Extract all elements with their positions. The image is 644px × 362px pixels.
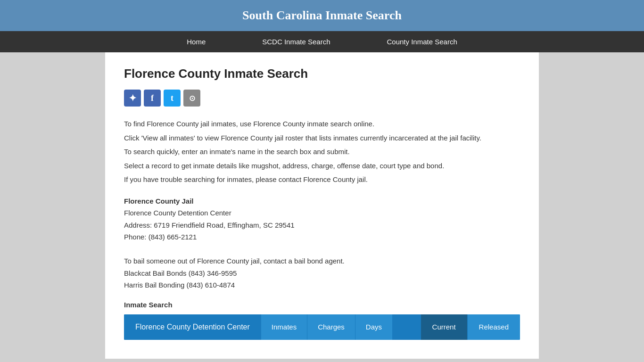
inmate-search-bar: Florence County Detention Center Inmates… — [124, 314, 520, 340]
jail-phone: Phone: (843) 665-2121 — [124, 231, 520, 243]
desc-line-3: To search quickly, enter an inmate's nam… — [124, 146, 520, 158]
share-icon[interactable]: ✦ — [124, 90, 141, 107]
nav-county[interactable]: County Inmate Search — [359, 31, 486, 52]
jail-address: Address: 6719 Friendfield Road, Effingha… — [124, 219, 520, 231]
facebook-icon[interactable]: f — [144, 90, 161, 107]
page-title: Florence County Inmate Search — [124, 66, 520, 81]
tab-released[interactable]: Released — [467, 314, 520, 340]
nav-home[interactable]: Home — [158, 31, 234, 52]
desc-line-1: To find Florence County jail inmates, us… — [124, 118, 520, 130]
site-title: South Carolina Inmate Search — [9, 8, 635, 23]
tab-spacer — [393, 314, 421, 340]
site-header: South Carolina Inmate Search — [0, 0, 644, 31]
tab-days[interactable]: Days — [355, 314, 393, 340]
tab-charges[interactable]: Charges — [307, 314, 355, 340]
bail-text: To bail someone out of Florence County j… — [124, 255, 520, 267]
social-icons-row: ✦ f t ⊙ — [124, 90, 520, 107]
link-icon[interactable]: ⊙ — [183, 90, 200, 107]
desc-line-4: Select a record to get inmate details li… — [124, 160, 520, 172]
tab-inmates[interactable]: Inmates — [261, 314, 307, 340]
twitter-icon[interactable]: t — [164, 90, 181, 107]
jail-info-block: Florence County Jail Florence County Det… — [124, 195, 520, 291]
content-wrapper: Florence County Inmate Search ✦ f t ⊙ To… — [105, 52, 539, 359]
jail-name: Florence County Detention Center — [124, 207, 520, 219]
tab-group: Inmates Charges Days — [261, 314, 393, 340]
nav-scdc[interactable]: SCDC Inmate Search — [234, 31, 358, 52]
jail-section-title: Florence County Jail — [124, 195, 520, 207]
facility-label: Florence County Detention Center — [124, 314, 261, 340]
desc-line-5: If you have trouble searching for inmate… — [124, 173, 520, 186]
status-tab-group: Current Released — [421, 314, 520, 340]
description-block: To find Florence County jail inmates, us… — [124, 118, 520, 186]
main-nav: Home SCDC Inmate Search County Inmate Se… — [0, 31, 644, 52]
inmate-search-label: Inmate Search — [124, 301, 520, 309]
bail-agent1: Blackcat Bail Bonds (843) 346-9595 — [124, 267, 520, 280]
desc-line-2: Click 'View all inmates' to view Florenc… — [124, 132, 520, 144]
bail-agent2: Harris Bail Bonding (843) 610-4874 — [124, 279, 520, 291]
tab-current[interactable]: Current — [421, 314, 467, 340]
